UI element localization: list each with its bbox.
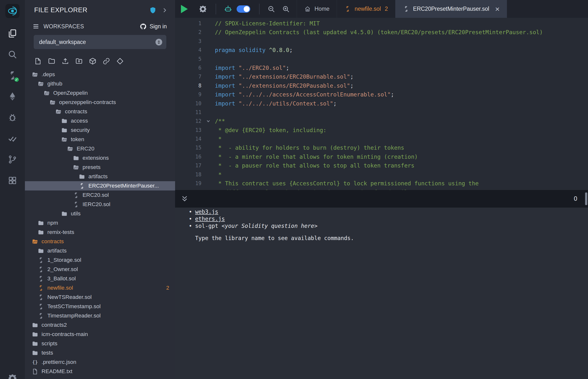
tree-item-label: TestSCTimestamp.sol bbox=[47, 303, 101, 310]
tree-folder[interactable]: github bbox=[25, 79, 175, 88]
chevron-right-icon[interactable] bbox=[161, 7, 168, 14]
tree-folder[interactable]: extensions bbox=[25, 153, 175, 163]
tree-folder[interactable]: artifacts bbox=[25, 246, 175, 255]
tree-folder[interactable]: presets bbox=[25, 163, 175, 172]
editor-tab-home[interactable]: Home bbox=[297, 0, 337, 18]
line-number: 8 bbox=[175, 81, 201, 90]
trust-shield-icon[interactable] bbox=[149, 7, 156, 14]
tree-file[interactable]: NewTSReader.sol bbox=[25, 293, 175, 302]
sign-in-button[interactable]: Sign in bbox=[150, 23, 167, 30]
workspace-select[interactable]: default_workspace bbox=[34, 35, 166, 49]
tree-item-label: presets bbox=[82, 164, 101, 171]
editor-tab-newfile-sol[interactable]: newfile.sol2 bbox=[337, 0, 395, 18]
tree-folder[interactable]: token bbox=[25, 135, 175, 144]
tree-item-label: ERC20 bbox=[77, 145, 94, 152]
tree-folder[interactable]: remix-tests bbox=[25, 228, 175, 237]
tree-folder[interactable]: npm bbox=[25, 218, 175, 228]
zoom-out-icon[interactable] bbox=[267, 5, 275, 13]
tree-folder[interactable]: .deps bbox=[25, 70, 175, 79]
settings-icon[interactable] bbox=[7, 373, 17, 379]
search-icon[interactable] bbox=[7, 49, 18, 60]
github-icon[interactable] bbox=[140, 23, 147, 30]
terminal-expand-icon[interactable] bbox=[180, 195, 189, 203]
link-icon[interactable] bbox=[103, 57, 110, 65]
tree-file[interactable]: 2_Owner.sol bbox=[25, 265, 175, 274]
plugin-manager-icon[interactable] bbox=[7, 175, 18, 186]
tree-file[interactable]: 1_Storage.sol bbox=[25, 255, 175, 265]
editor-tab-erc20presetminterpauser-sol[interactable]: ERC20PresetMinterPauser.sol× bbox=[395, 0, 507, 18]
tree-file[interactable]: ERC20.sol bbox=[25, 190, 175, 200]
tree-folder[interactable]: icm-contracts-main bbox=[25, 330, 175, 339]
tree-item-label: token bbox=[71, 136, 84, 142]
ai-copilot-toggle[interactable] bbox=[237, 5, 250, 13]
line-number: 2 bbox=[175, 28, 201, 37]
solidity-file-icon bbox=[38, 294, 44, 300]
line-number: 4 bbox=[175, 46, 201, 54]
workspace-menu-icon[interactable] bbox=[32, 23, 40, 30]
tree-item-label: npm bbox=[47, 220, 58, 226]
tree-file[interactable]: IERC20.sol bbox=[25, 200, 175, 209]
code-editor[interactable]: 1// SPDX-License-Identifier: MIT2// Open… bbox=[175, 18, 588, 190]
zoom-in-icon[interactable] bbox=[282, 5, 290, 13]
code-line: 5 bbox=[175, 55, 588, 63]
code-line: 20 * different roles - head to its docum… bbox=[175, 188, 588, 190]
tree-file[interactable]: TestSCTimestamp.sol bbox=[25, 302, 175, 311]
fold-chevron-icon[interactable] bbox=[201, 117, 215, 126]
tree-folder[interactable]: artifacts bbox=[25, 172, 175, 181]
tree-folder[interactable]: utils bbox=[25, 209, 175, 218]
line-number: 11 bbox=[175, 108, 201, 117]
tree-item-label: .deps bbox=[42, 71, 55, 78]
workspaces-label: WORKSPACES bbox=[44, 23, 140, 30]
tree-folder[interactable]: tests bbox=[25, 348, 175, 358]
create-file-icon[interactable] bbox=[34, 57, 42, 65]
tree-file[interactable]: TimestampReader.sol bbox=[25, 311, 175, 320]
run-script-button[interactable] bbox=[181, 5, 188, 13]
unit-testing-icon[interactable] bbox=[7, 133, 18, 144]
file-explorer-panel: FILE EXPLORER WORKSPACES Sign in default… bbox=[25, 0, 175, 379]
debugger-icon[interactable] bbox=[7, 112, 18, 123]
tree-file[interactable]: newfile.sol2 bbox=[25, 283, 175, 293]
file-explorer-icon[interactable] bbox=[7, 28, 18, 39]
folder-open-icon bbox=[73, 164, 79, 171]
tree-folder[interactable]: ERC20 bbox=[25, 144, 175, 153]
code-text: * bbox=[215, 135, 588, 143]
import-cube-icon[interactable] bbox=[89, 57, 96, 65]
tree-file[interactable]: README.txt bbox=[25, 367, 175, 376]
tree-folder[interactable]: contracts2 bbox=[25, 320, 175, 330]
tree-item-label: NewTSReader.sol bbox=[47, 294, 92, 300]
tree-file[interactable]: {}.prettierrc.json bbox=[25, 358, 175, 367]
tree-item-label: 2_Owner.sol bbox=[47, 266, 78, 272]
tree-item-label: contracts bbox=[42, 238, 64, 245]
tab-label: Home bbox=[314, 6, 329, 12]
folder-icon bbox=[38, 229, 44, 236]
deploy-run-icon[interactable] bbox=[7, 91, 18, 102]
tree-folder[interactable]: contracts bbox=[25, 237, 175, 246]
upload-file-icon[interactable] bbox=[62, 57, 69, 65]
fold-chevron-icon bbox=[201, 152, 215, 161]
tree-folder[interactable]: access bbox=[25, 116, 175, 126]
publish-gist-icon[interactable] bbox=[116, 57, 124, 65]
code-text bbox=[215, 37, 588, 46]
tree-folder[interactable]: scripts bbox=[25, 339, 175, 348]
tree-item-label: newfile.sol bbox=[47, 285, 73, 291]
solidity-compiler-icon[interactable]: ✓ bbox=[7, 70, 18, 81]
tree-file[interactable]: 3_Ballot.sol bbox=[25, 274, 175, 283]
terminal-scrollbar[interactable] bbox=[585, 192, 587, 205]
script-config-icon[interactable] bbox=[199, 5, 207, 14]
remix-logo[interactable] bbox=[5, 4, 19, 18]
workspace-switch-icon[interactable] bbox=[155, 38, 163, 46]
tree-file[interactable]: ERC20PresetMinterPauser... bbox=[25, 181, 175, 190]
tree-folder[interactable]: security bbox=[25, 126, 175, 135]
create-folder-icon[interactable] bbox=[48, 57, 55, 65]
close-tab-icon[interactable]: × bbox=[495, 5, 500, 13]
line-number: 3 bbox=[175, 37, 201, 46]
ai-copilot-icon[interactable] bbox=[224, 5, 232, 13]
tree-folder[interactable]: contracts bbox=[25, 107, 175, 116]
git-icon[interactable] bbox=[7, 154, 18, 165]
tree-folder[interactable]: openzeppelin-contracts bbox=[25, 98, 175, 107]
line-number: 12 bbox=[175, 117, 201, 126]
terminal-link[interactable]: web3.js bbox=[195, 208, 218, 215]
upload-folder-icon[interactable] bbox=[75, 57, 83, 65]
tree-folder[interactable]: OpenZeppelin bbox=[25, 88, 175, 98]
terminal-link[interactable]: ethers.js bbox=[195, 216, 225, 222]
